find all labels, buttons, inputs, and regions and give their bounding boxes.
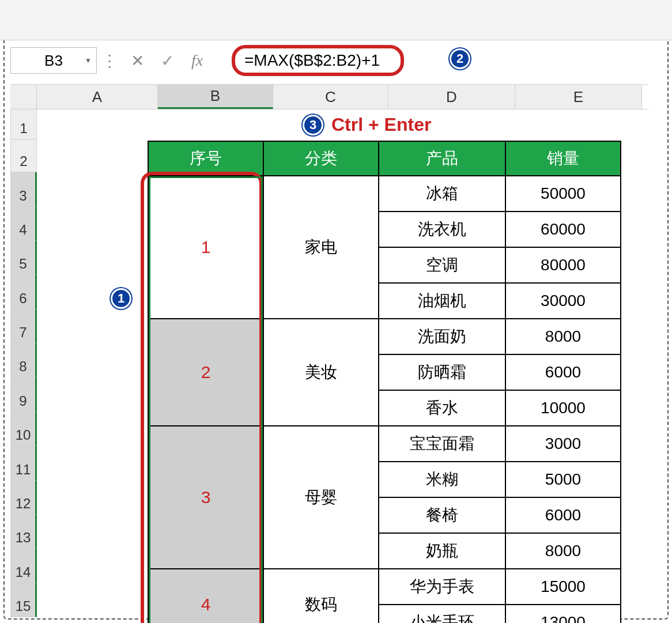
row-header-15[interactable]: 15 bbox=[10, 583, 37, 617]
row-header-5[interactable]: 5 bbox=[10, 241, 37, 275]
th-sales[interactable]: 销量 bbox=[505, 141, 621, 176]
cell-product[interactable]: 小米手环 bbox=[379, 605, 505, 623]
cell-product[interactable]: 冰箱 bbox=[379, 176, 505, 212]
col-header-C[interactable]: C bbox=[273, 85, 388, 109]
table-row: 2美妆洗面奶8000 bbox=[148, 319, 621, 354]
cell-category[interactable]: 数码 bbox=[263, 569, 379, 623]
cell-sales[interactable]: 30000 bbox=[505, 283, 621, 319]
cell-product[interactable]: 米糊 bbox=[379, 462, 505, 497]
th-cat[interactable]: 分类 bbox=[263, 141, 379, 176]
table-header-row: 序号 分类 产品 销量 bbox=[148, 141, 621, 176]
cell-category[interactable]: 母婴 bbox=[263, 426, 379, 569]
cell-sales[interactable]: 15000 bbox=[505, 569, 621, 605]
cell-product[interactable]: 香水 bbox=[379, 390, 505, 426]
select-all-corner[interactable] bbox=[10, 85, 37, 109]
row-header-12[interactable]: 12 bbox=[10, 481, 37, 515]
row-header-2[interactable]: 2 bbox=[10, 139, 37, 172]
cell-product[interactable]: 洗衣机 bbox=[379, 212, 505, 247]
table-row: 1家电冰箱50000 bbox=[148, 176, 621, 212]
cell-sales[interactable]: 3000 bbox=[505, 426, 621, 462]
cell-sales[interactable]: 13000 bbox=[505, 605, 621, 623]
annotation-badge-1: 1 bbox=[111, 288, 131, 309]
row-header-6[interactable]: 6 bbox=[10, 275, 37, 309]
cell-product[interactable]: 防晒霜 bbox=[379, 354, 505, 390]
row-header-1[interactable]: 1 bbox=[10, 110, 37, 139]
cell-sales[interactable]: 6000 bbox=[505, 354, 621, 390]
cell-product[interactable]: 华为手表 bbox=[379, 569, 505, 605]
table-row: 3母婴宝宝面霜3000 bbox=[148, 426, 621, 462]
cell-product[interactable]: 油烟机 bbox=[379, 283, 505, 319]
cell-sales[interactable]: 60000 bbox=[505, 212, 621, 247]
ribbon-area bbox=[0, 0, 672, 40]
cell-sales[interactable]: 10000 bbox=[505, 390, 621, 426]
column-headers: A B C D E bbox=[10, 84, 649, 110]
fx-button[interactable]: fx bbox=[182, 47, 212, 74]
annotation-badge-2: 2 bbox=[450, 48, 470, 69]
name-box[interactable]: B3 ▼ bbox=[10, 47, 97, 74]
table-row: 4数码华为手表15000 bbox=[148, 569, 621, 605]
formula-input[interactable]: =MAX($B$2:B2)+1 bbox=[232, 45, 404, 76]
formula-bar-row: B3 ▼ ⋮ fx =MAX($B$2:B2)+1 bbox=[10, 45, 649, 76]
row-header-3[interactable]: 3 bbox=[10, 172, 37, 206]
row-header-10[interactable]: 10 bbox=[10, 412, 37, 446]
cell-seq[interactable]: 4 bbox=[148, 569, 263, 623]
cell-seq[interactable]: 2 bbox=[148, 319, 263, 426]
row-header-8[interactable]: 8 bbox=[10, 343, 37, 377]
separator: ⋮ bbox=[97, 51, 122, 70]
enter-icon[interactable] bbox=[152, 47, 182, 74]
row-header-14[interactable]: 14 bbox=[10, 549, 37, 583]
row-header-11[interactable]: 11 bbox=[10, 446, 37, 480]
cell-category[interactable]: 家电 bbox=[263, 176, 379, 319]
cell-sales[interactable]: 80000 bbox=[505, 247, 621, 283]
cancel-icon[interactable] bbox=[122, 47, 152, 74]
cell-product[interactable]: 宝宝面霜 bbox=[379, 426, 505, 462]
cell-sales[interactable]: 50000 bbox=[505, 176, 621, 212]
col-header-B[interactable]: B bbox=[158, 85, 273, 109]
cell-product[interactable]: 洗面奶 bbox=[379, 319, 505, 354]
th-seq[interactable]: 序号 bbox=[148, 141, 263, 176]
cell-seq[interactable]: 1 bbox=[148, 176, 263, 319]
cell-sales[interactable]: 5000 bbox=[505, 462, 621, 497]
cell-product[interactable]: 餐椅 bbox=[379, 497, 505, 533]
formula-text: =MAX($B$2:B2)+1 bbox=[244, 51, 380, 70]
row-header-4[interactable]: 4 bbox=[10, 207, 37, 241]
data-table: 序号 分类 产品 销量 1家电冰箱50000洗衣机60000空调80000油烟机… bbox=[148, 141, 621, 623]
fx-label: fx bbox=[191, 51, 203, 70]
name-box-value: B3 bbox=[44, 52, 63, 70]
cell-product[interactable]: 奶瓶 bbox=[379, 533, 505, 569]
col-header-E[interactable]: E bbox=[515, 85, 642, 109]
row-header-13[interactable]: 13 bbox=[10, 515, 37, 549]
cell-sales[interactable]: 8000 bbox=[505, 319, 621, 354]
col-header-D[interactable]: D bbox=[388, 85, 515, 109]
cell-category[interactable]: 美妆 bbox=[263, 319, 379, 426]
row-headers: 123456789101112131415 bbox=[10, 110, 37, 617]
cell-sales[interactable]: 6000 bbox=[505, 497, 621, 533]
col-header-A[interactable]: A bbox=[37, 85, 158, 109]
chevron-down-icon[interactable]: ▼ bbox=[85, 56, 92, 65]
cell-product[interactable]: 空调 bbox=[379, 247, 505, 283]
th-prod[interactable]: 产品 bbox=[379, 141, 505, 176]
row-header-9[interactable]: 9 bbox=[10, 377, 37, 411]
cell-seq[interactable]: 3 bbox=[148, 426, 263, 569]
row-header-7[interactable]: 7 bbox=[10, 309, 37, 343]
cell-sales[interactable]: 8000 bbox=[505, 533, 621, 569]
